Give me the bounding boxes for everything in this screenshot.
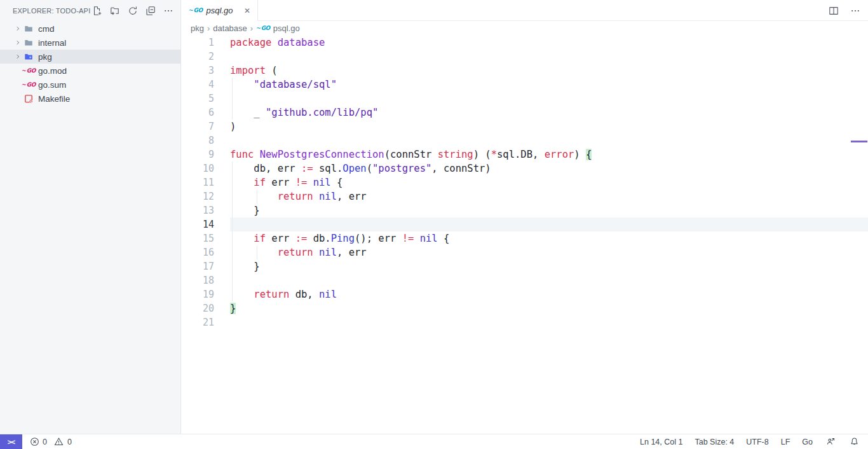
code-line-4[interactable]: 4 "database/sql" [182,78,868,92]
go-mod-file-icon: GO [23,79,34,90]
split-editor-icon[interactable] [827,4,840,17]
more-actions-icon[interactable] [849,4,862,17]
code-line-11[interactable]: 11 if err != nil { [182,176,868,190]
code-token [271,37,277,48]
code-line-13[interactable]: 13 } [182,204,868,218]
tree-item-label: go.mod [38,66,67,76]
code-token: db, [289,289,319,300]
tree-item-label: go.sum [38,80,66,90]
tree-item-go-sum[interactable]: GOgo.sum [0,78,180,92]
line-number-8[interactable]: 8 [182,134,230,148]
line-number-13[interactable]: 13 [182,204,230,218]
indent-guide [232,218,233,231]
status-indentation[interactable]: Tab Size: 4 [695,438,734,446]
code-line-16[interactable]: 16 return nil, err [182,245,868,259]
code-token: (connStr [384,149,438,160]
line-number-7[interactable]: 7 [182,120,230,134]
code-line-1[interactable]: 1package database [182,36,868,50]
status-eol[interactable]: LF [781,438,790,446]
tree-item-cmd[interactable]: cmd [0,22,180,36]
code-line-6[interactable]: 6 _ "github.com/lib/pq" [182,106,868,120]
new-folder-icon[interactable] [108,4,121,17]
line-number-2[interactable]: 2 [182,50,230,64]
line-number-4[interactable]: 4 [182,78,230,92]
line-number-20[interactable]: 20 [182,301,230,315]
line-number-16[interactable]: 16 [182,245,230,259]
tab-psql-go[interactable]: GO psql.go ✕ [182,0,258,21]
line-number-5[interactable]: 5 [182,92,230,106]
code-token: , connStr) [431,163,491,174]
line-number-9[interactable]: 9 [182,148,230,162]
breadcrumb-label: database [213,24,247,33]
folder-accent-icon [23,52,34,62]
new-file-icon[interactable] [90,4,104,17]
code-token: ( [266,65,278,76]
breadcrumb-label: pkg [191,24,204,33]
remote-indicator[interactable]: >< [0,434,22,449]
code-line-content: } [230,301,868,315]
status-cursor-position[interactable]: Ln 14, Col 1 [640,438,682,446]
problems-status[interactable]: 0 0 [29,436,76,448]
tree-item-internal[interactable]: internal [0,36,180,50]
notifications-bell-icon[interactable] [848,436,860,448]
line-number-11[interactable]: 11 [182,176,230,190]
chevron-right-icon [13,24,23,34]
code-line-content: if err := db.Ping(); err != nil { [230,231,868,245]
breadcrumb: pkg›database›GOpsql.go [182,21,868,36]
code-line-8[interactable]: 8 [182,134,868,148]
line-number-21[interactable]: 21 [182,315,230,329]
code-line-20[interactable]: 20} [182,301,868,315]
code-line-17[interactable]: 17 } [182,259,868,273]
close-tab-icon[interactable]: ✕ [242,5,252,17]
code-token [230,191,278,202]
code-line-15[interactable]: 15 if err := db.Ping(); err != nil { [182,231,868,245]
line-number-17[interactable]: 17 [182,259,230,273]
tree-item-pkg[interactable]: pkg [0,50,180,64]
code-token: "database/sql" [254,79,337,90]
code-token [230,79,254,90]
code-editor[interactable]: 1package database23import (4 "database/s… [182,36,868,329]
breadcrumb-item-pkg[interactable]: pkg [191,24,204,33]
code-line-18[interactable]: 18 [182,273,868,287]
tree-item-go-mod[interactable]: GOgo.mod [0,64,180,78]
code-token: Ping [331,233,355,244]
breadcrumb-item-database[interactable]: database [213,24,247,33]
go-file-icon: GO [256,25,270,31]
tree-item-label: Makefile [38,94,70,104]
code-token: { [438,233,450,244]
status-encoding[interactable]: UTF-8 [746,438,768,446]
code-line-7[interactable]: 7) [182,120,868,134]
tab-bar: GO psql.go ✕ [182,0,868,21]
line-number-1[interactable]: 1 [182,36,230,50]
breadcrumb-item-psql-go[interactable]: GOpsql.go [256,24,300,33]
code-line-21[interactable]: 21 [182,315,868,329]
code-line-2[interactable]: 2 [182,50,868,64]
line-number-19[interactable]: 19 [182,287,230,301]
line-number-3[interactable]: 3 [182,64,230,78]
tree-item-Makefile[interactable]: Makefile [0,92,180,106]
code-token [230,177,254,188]
code-line-10[interactable]: 10 db, err := sql.Open("postgres", connS… [182,162,868,176]
code-line-content [230,134,868,148]
status-language-mode[interactable]: Go [802,438,813,446]
refresh-explorer-icon[interactable] [126,4,139,17]
line-number-14[interactable]: 14 [182,218,230,231]
line-number-12[interactable]: 12 [182,190,230,204]
code-line-3[interactable]: 3import ( [182,64,868,78]
code-line-19[interactable]: 19 return db, nil [182,287,868,301]
code-line-9[interactable]: 9func NewPostgresConnection(connStr stri… [182,148,868,162]
code-token: "github.com/lib/pq" [266,107,378,118]
overview-ruler-marker [851,141,867,142]
code-line-content [230,92,868,106]
collapse-folders-icon[interactable] [144,4,157,17]
line-number-10[interactable]: 10 [182,162,230,176]
line-number-18[interactable]: 18 [182,273,230,287]
more-actions-icon[interactable] [161,4,175,17]
code-line-5[interactable]: 5 [182,92,868,106]
line-number-6[interactable]: 6 [182,106,230,120]
code-line-12[interactable]: 12 return nil, err [182,190,868,204]
line-number-15[interactable]: 15 [182,231,230,245]
code-line-14[interactable]: 14 [182,218,868,231]
code-line-content: return nil, err [230,245,868,259]
feedback-icon[interactable] [825,436,836,448]
